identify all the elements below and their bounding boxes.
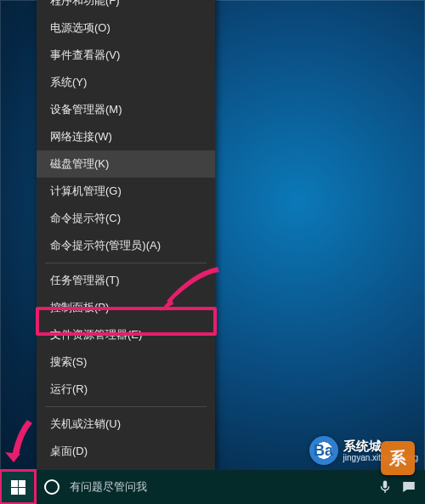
svg-marker-1 [5,452,20,462]
menu-item-disk-management[interactable]: 磁盘管理(K) [37,150,215,178]
menu-item-command-prompt-admin[interactable]: 命令提示符(管理员)(A) [37,232,215,259]
menu-separator [45,406,207,407]
menu-item-system[interactable]: 系统(Y) [37,69,215,96]
search-box[interactable]: 有问题尽管问我 [68,470,204,504]
system-tray [369,479,425,495]
search-placeholder-text: 有问题尽管问我 [70,479,147,495]
menu-item-shutdown-signout[interactable]: 关机或注销(U) [37,411,215,438]
watermark-subtext: jingyan.xitongcheng [343,453,418,462]
watermark-text: 系统城 [343,439,382,453]
cortana-button[interactable] [36,470,68,504]
menu-item-run[interactable]: 运行(R) [37,376,215,403]
winx-context-menu: 程序和功能(F) 电源选项(O) 事件查看器(V) 系统(Y) 设备管理器(M)… [37,0,215,470]
menu-item-desktop[interactable]: 桌面(D) [37,438,215,465]
windows-logo-icon [11,480,26,495]
menu-item-power-options[interactable]: 电源选项(O) [37,14,215,42]
watermark-prefix: Ba [314,442,333,460]
action-center-icon[interactable] [401,479,416,495]
menu-item-device-manager[interactable]: 设备管理器(M) [37,96,215,123]
watermark-paw-icon: Ba [309,436,338,465]
menu-item-event-viewer[interactable]: 事件查看器(V) [37,42,215,69]
menu-item-computer-management[interactable]: 计算机管理(G) [37,178,215,205]
menu-separator [45,263,207,263]
microphone-icon[interactable] [377,479,393,495]
desktop: 程序和功能(F) 电源选项(O) 事件查看器(V) 系统(Y) 设备管理器(M)… [0,0,425,504]
cortana-ring-icon [44,479,60,495]
menu-item-command-prompt[interactable]: 命令提示符(C) [37,205,215,232]
menu-item-programs-features[interactable]: 程序和功能(F) [37,0,215,14]
menu-item-file-explorer[interactable]: 文件资源管理器(E) [37,321,215,348]
menu-item-task-manager[interactable]: 任务管理器(T) [37,267,215,294]
watermark-square-char: 系 [389,447,406,470]
start-button[interactable] [0,470,36,504]
watermark-site: Ba 系统城 jingyan.xitongcheng [309,436,418,465]
menu-item-network-connections[interactable]: 网络连接(W) [37,123,215,150]
menu-item-search[interactable]: 搜索(S) [37,348,215,376]
menu-item-control-panel[interactable]: 控制面板(P) [37,294,215,321]
annotation-arrow-to-start [3,418,37,466]
taskbar: 有问题尽管问我 [0,470,425,504]
